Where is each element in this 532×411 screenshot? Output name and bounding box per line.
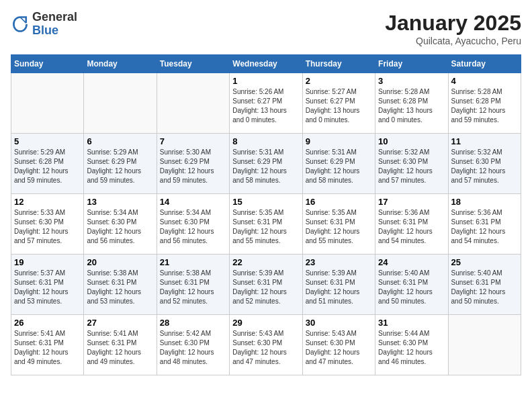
- calendar-cell: 3Sunrise: 5:28 AM Sunset: 6:28 PM Daylig…: [375, 73, 448, 134]
- calendar-cell: 19Sunrise: 5:37 AM Sunset: 6:31 PM Dayli…: [11, 255, 84, 315]
- day-header-sunday: Sunday: [11, 55, 84, 73]
- month-title: January 2025: [385, 11, 521, 36]
- calendar-cell: 4Sunrise: 5:28 AM Sunset: 6:28 PM Daylig…: [448, 73, 521, 134]
- day-number: 29: [232, 318, 299, 328]
- cell-info: Sunrise: 5:37 AM Sunset: 6:31 PM Dayligh…: [14, 269, 81, 306]
- cell-info: Sunrise: 5:27 AM Sunset: 6:27 PM Dayligh…: [306, 87, 372, 125]
- day-number: 18: [451, 197, 518, 207]
- calendar-cell: 24Sunrise: 5:40 AM Sunset: 6:31 PM Dayli…: [375, 255, 448, 315]
- day-number: 20: [87, 257, 153, 267]
- calendar-cell: 31Sunrise: 5:44 AM Sunset: 6:30 PM Dayli…: [375, 315, 448, 375]
- day-number: 31: [378, 318, 445, 328]
- cell-info: Sunrise: 5:29 AM Sunset: 6:29 PM Dayligh…: [87, 148, 153, 185]
- cell-info: Sunrise: 5:34 AM Sunset: 6:30 PM Dayligh…: [87, 208, 153, 246]
- day-number: 10: [378, 136, 445, 146]
- calendar-cell: 12Sunrise: 5:33 AM Sunset: 6:30 PM Dayli…: [11, 194, 84, 255]
- cell-info: Sunrise: 5:43 AM Sunset: 6:30 PM Dayligh…: [232, 329, 299, 367]
- calendar-cell: [157, 73, 229, 134]
- calendar-cell: 26Sunrise: 5:41 AM Sunset: 6:31 PM Dayli…: [11, 315, 84, 375]
- cell-info: Sunrise: 5:33 AM Sunset: 6:30 PM Dayligh…: [14, 208, 81, 246]
- title-block: January 2025 Quilcata, Ayacucho, Peru: [385, 11, 521, 46]
- cell-info: Sunrise: 5:42 AM Sunset: 6:30 PM Dayligh…: [160, 329, 226, 367]
- day-number: 23: [306, 257, 372, 267]
- day-number: 27: [87, 318, 153, 328]
- cell-info: Sunrise: 5:28 AM Sunset: 6:28 PM Dayligh…: [378, 87, 445, 125]
- calendar-cell: 27Sunrise: 5:41 AM Sunset: 6:31 PM Dayli…: [84, 315, 157, 375]
- calendar-cell: [84, 73, 157, 134]
- day-number: 1: [232, 76, 299, 86]
- cell-info: Sunrise: 5:36 AM Sunset: 6:31 PM Dayligh…: [451, 208, 518, 246]
- calendar-cell: 2Sunrise: 5:27 AM Sunset: 6:27 PM Daylig…: [302, 73, 375, 134]
- cell-info: Sunrise: 5:38 AM Sunset: 6:31 PM Dayligh…: [160, 269, 226, 306]
- calendar-cell: 17Sunrise: 5:36 AM Sunset: 6:31 PM Dayli…: [375, 194, 448, 255]
- day-number: 22: [232, 257, 299, 267]
- page-header: General Blue January 2025 Quilcata, Ayac…: [11, 11, 521, 46]
- day-header-tuesday: Tuesday: [157, 55, 229, 73]
- calendar-cell: 8Sunrise: 5:31 AM Sunset: 6:29 PM Daylig…: [230, 134, 302, 194]
- day-number: 30: [306, 318, 372, 328]
- day-number: 11: [451, 136, 518, 146]
- calendar-cell: 30Sunrise: 5:43 AM Sunset: 6:30 PM Dayli…: [302, 315, 375, 375]
- day-number: 3: [378, 76, 445, 86]
- calendar-cell: 10Sunrise: 5:32 AM Sunset: 6:30 PM Dayli…: [375, 134, 448, 194]
- day-number: 19: [14, 257, 81, 267]
- day-number: 24: [378, 257, 445, 267]
- calendar-cell: 23Sunrise: 5:39 AM Sunset: 6:31 PM Dayli…: [302, 255, 375, 315]
- logo-icon: [11, 15, 30, 34]
- day-number: 25: [451, 257, 518, 267]
- calendar-cell: 15Sunrise: 5:35 AM Sunset: 6:31 PM Dayli…: [230, 194, 302, 255]
- calendar-cell: 5Sunrise: 5:29 AM Sunset: 6:28 PM Daylig…: [11, 134, 84, 194]
- day-number: 15: [232, 197, 299, 207]
- calendar-cell: 29Sunrise: 5:43 AM Sunset: 6:30 PM Dayli…: [230, 315, 302, 375]
- cell-info: Sunrise: 5:40 AM Sunset: 6:31 PM Dayligh…: [378, 269, 445, 306]
- cell-info: Sunrise: 5:44 AM Sunset: 6:30 PM Dayligh…: [378, 329, 445, 367]
- cell-info: Sunrise: 5:34 AM Sunset: 6:30 PM Dayligh…: [160, 208, 226, 246]
- day-number: 5: [14, 136, 81, 146]
- calendar-cell: 21Sunrise: 5:38 AM Sunset: 6:31 PM Dayli…: [157, 255, 229, 315]
- day-number: 6: [87, 136, 153, 146]
- cell-info: Sunrise: 5:41 AM Sunset: 6:31 PM Dayligh…: [14, 329, 81, 367]
- calendar-cell: 6Sunrise: 5:29 AM Sunset: 6:29 PM Daylig…: [84, 134, 157, 194]
- calendar-week-5: 26Sunrise: 5:41 AM Sunset: 6:31 PM Dayli…: [11, 315, 521, 375]
- cell-info: Sunrise: 5:39 AM Sunset: 6:31 PM Dayligh…: [306, 269, 372, 306]
- calendar-week-1: 1Sunrise: 5:26 AM Sunset: 6:27 PM Daylig…: [11, 73, 521, 134]
- day-header-friday: Friday: [375, 55, 448, 73]
- logo-text: General Blue: [32, 11, 77, 38]
- cell-info: Sunrise: 5:40 AM Sunset: 6:31 PM Dayligh…: [451, 269, 518, 306]
- cell-info: Sunrise: 5:28 AM Sunset: 6:28 PM Dayligh…: [451, 87, 518, 125]
- calendar-cell: 22Sunrise: 5:39 AM Sunset: 6:31 PM Dayli…: [230, 255, 302, 315]
- day-number: 17: [378, 197, 445, 207]
- day-header-saturday: Saturday: [448, 55, 521, 73]
- day-number: 7: [160, 136, 226, 146]
- cell-info: Sunrise: 5:35 AM Sunset: 6:31 PM Dayligh…: [232, 208, 299, 246]
- calendar-week-4: 19Sunrise: 5:37 AM Sunset: 6:31 PM Dayli…: [11, 255, 521, 315]
- logo: General Blue: [11, 11, 77, 38]
- cell-info: Sunrise: 5:36 AM Sunset: 6:31 PM Dayligh…: [378, 208, 445, 246]
- calendar-cell: 16Sunrise: 5:35 AM Sunset: 6:31 PM Dayli…: [302, 194, 375, 255]
- location-subtitle: Quilcata, Ayacucho, Peru: [385, 36, 521, 46]
- cell-info: Sunrise: 5:38 AM Sunset: 6:31 PM Dayligh…: [87, 269, 153, 306]
- day-number: 13: [87, 197, 153, 207]
- day-number: 14: [160, 197, 226, 207]
- days-header-row: SundayMondayTuesdayWednesdayThursdayFrid…: [11, 55, 521, 73]
- calendar-cell: 20Sunrise: 5:38 AM Sunset: 6:31 PM Dayli…: [84, 255, 157, 315]
- day-number: 16: [306, 197, 372, 207]
- day-header-wednesday: Wednesday: [230, 55, 302, 73]
- day-number: 4: [451, 76, 518, 86]
- calendar-cell: 9Sunrise: 5:31 AM Sunset: 6:29 PM Daylig…: [302, 134, 375, 194]
- calendar-cell: 13Sunrise: 5:34 AM Sunset: 6:30 PM Dayli…: [84, 194, 157, 255]
- calendar-cell: [11, 73, 84, 134]
- day-number: 8: [232, 136, 299, 146]
- cell-info: Sunrise: 5:39 AM Sunset: 6:31 PM Dayligh…: [232, 269, 299, 306]
- calendar-week-2: 5Sunrise: 5:29 AM Sunset: 6:28 PM Daylig…: [11, 134, 521, 194]
- calendar-cell: 1Sunrise: 5:26 AM Sunset: 6:27 PM Daylig…: [230, 73, 302, 134]
- cell-info: Sunrise: 5:32 AM Sunset: 6:30 PM Dayligh…: [451, 148, 518, 185]
- calendar-cell: 11Sunrise: 5:32 AM Sunset: 6:30 PM Dayli…: [448, 134, 521, 194]
- cell-info: Sunrise: 5:31 AM Sunset: 6:29 PM Dayligh…: [232, 148, 299, 185]
- day-header-monday: Monday: [84, 55, 157, 73]
- cell-info: Sunrise: 5:41 AM Sunset: 6:31 PM Dayligh…: [87, 329, 153, 367]
- day-number: 9: [306, 136, 372, 146]
- cell-info: Sunrise: 5:29 AM Sunset: 6:28 PM Dayligh…: [14, 148, 81, 185]
- cell-info: Sunrise: 5:30 AM Sunset: 6:29 PM Dayligh…: [160, 148, 226, 185]
- day-number: 12: [14, 197, 81, 207]
